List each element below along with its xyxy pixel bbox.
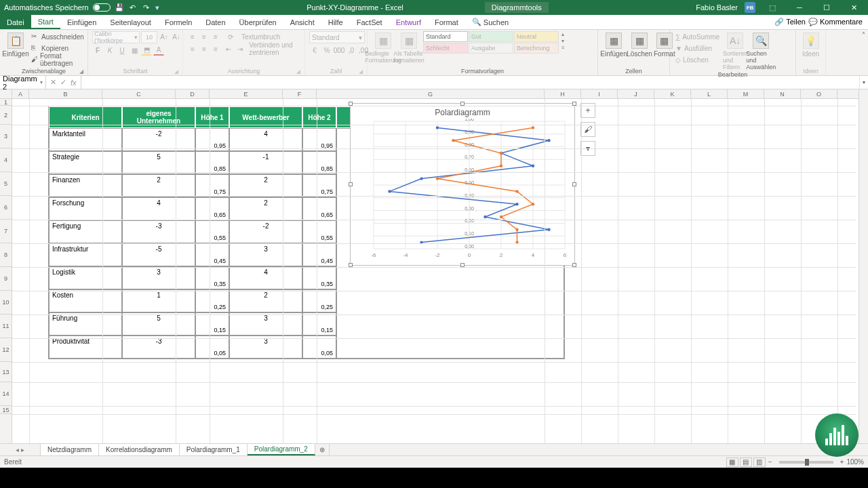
table-row-e[interactable]: 4	[229, 128, 302, 151]
view-normal-icon[interactable]: ▦	[726, 458, 738, 467]
number-format-select[interactable]: Standard▾	[309, 31, 365, 43]
fill-color-button[interactable]: ⬒	[141, 45, 152, 56]
table-row-c[interactable]: -5	[122, 243, 195, 266]
table-row-f[interactable]: 0,25	[302, 289, 336, 312]
font-color-button[interactable]: A	[153, 45, 164, 56]
table-row-c[interactable]: 3	[122, 266, 195, 289]
table-row-f[interactable]: 0,85	[302, 151, 336, 174]
fx-icon[interactable]: fx	[71, 79, 77, 87]
table-row-d[interactable]: 0,55	[195, 220, 229, 243]
insert-cells-button[interactable]: ▦Einfügen	[602, 31, 625, 58]
table-row-e[interactable]: 2	[229, 289, 302, 312]
bold-button[interactable]: F	[92, 45, 103, 56]
comments-button[interactable]: 💬 Kommentare	[808, 18, 863, 26]
table-row-label[interactable]: Strategie	[49, 151, 122, 174]
align-top-icon[interactable]: ≡	[187, 31, 198, 42]
increase-font-icon[interactable]: A↑	[159, 31, 170, 42]
table-row-d[interactable]: 0,95	[195, 128, 229, 151]
table-row-d[interactable]: 0,15	[195, 312, 229, 336]
table-row-c[interactable]: 2	[122, 174, 195, 197]
table-row-f[interactable]: 0,65	[302, 197, 336, 220]
col-header-H[interactable]: H	[545, 89, 581, 98]
table-row-c[interactable]: 1	[122, 289, 195, 312]
table-row-e[interactable]: 4	[229, 266, 302, 289]
col-header-J[interactable]: J	[618, 89, 654, 98]
table-row-c[interactable]: 5	[122, 151, 195, 174]
zoom-in-icon[interactable]: +	[837, 458, 847, 466]
style-schlecht[interactable]: Schlecht	[423, 43, 468, 54]
maximize-icon[interactable]: ☐	[816, 3, 837, 12]
table-row-e[interactable]: 3	[229, 336, 302, 359]
thousands-icon[interactable]: 000	[334, 45, 344, 56]
col-header-G[interactable]: G	[317, 89, 545, 98]
indent-less-icon[interactable]: ⇤	[225, 43, 233, 54]
table-row-f[interactable]: 0,45	[302, 243, 336, 266]
cut-button[interactable]: ✂Ausschneiden	[30, 31, 85, 42]
cond-format-button[interactable]: ▦Bedingte Formatierung	[372, 31, 395, 64]
col-header-A[interactable]: A	[12, 89, 29, 98]
sheet-tab-0[interactable]: Netzdiagramm	[41, 444, 99, 455]
row-header-2[interactable]: 2	[0, 106, 12, 125]
merge-button[interactable]: Verbinden und zentrieren	[248, 43, 300, 54]
select-all-corner[interactable]	[0, 89, 12, 99]
chart-object[interactable]: Polardiagramm 0,000,100,200,300,400,500,…	[350, 103, 575, 266]
row-header-15[interactable]: 15	[0, 406, 12, 414]
row-header-6[interactable]: 6	[0, 196, 12, 220]
col-header-K[interactable]: K	[654, 89, 691, 98]
sheet-nav[interactable]: ◂ ▸	[0, 444, 41, 455]
close-icon[interactable]: ✕	[844, 3, 864, 12]
col-header-D[interactable]: D	[176, 89, 210, 98]
table-row-label[interactable]: Produktivität	[49, 336, 122, 359]
format-painter-button[interactable]: 🖌Format übertragen	[30, 54, 85, 65]
number-launcher[interactable]: ◢	[359, 68, 363, 75]
align-center-icon[interactable]: ≡	[199, 43, 210, 54]
worksheet-grid[interactable]: 123456789101112131415 ABCDEFGHIJKLMNO Kr…	[0, 89, 868, 443]
clear-button[interactable]: ◇ Löschen	[674, 54, 721, 65]
orientation-icon[interactable]: ⟳	[225, 31, 236, 42]
tab-daten[interactable]: Daten	[199, 15, 232, 29]
zoom-slider[interactable]	[779, 461, 833, 464]
sheet-tab-1[interactable]: Korrelationsdiagramm	[99, 444, 180, 455]
table-row-f[interactable]: 0,95	[302, 128, 336, 151]
clipboard-launcher[interactable]: ◢	[79, 68, 83, 75]
style-gut[interactable]: Gut	[469, 31, 513, 42]
tab-einfuegen[interactable]: Einfügen	[60, 15, 103, 29]
tab-seitenlayout[interactable]: Seitenlayout	[103, 15, 158, 29]
search[interactable]: 🔍 Suchen	[465, 15, 515, 29]
table-row-d[interactable]: 0,85	[195, 151, 229, 174]
add-sheet-button[interactable]: ⊕	[315, 444, 329, 455]
table-row-label[interactable]: Logistik	[49, 266, 122, 289]
table-row-e[interactable]: 3	[229, 312, 302, 336]
indent-more-icon[interactable]: ⇥	[237, 43, 244, 54]
paste-button[interactable]: 📋Einfügen	[4, 31, 27, 58]
table-row-label[interactable]: Marktanteil	[49, 128, 122, 151]
zoom-out-icon[interactable]: −	[766, 458, 775, 466]
tab-hilfe[interactable]: Hilfe	[321, 15, 350, 29]
name-box[interactable]: Diagramm 2▾	[0, 76, 46, 89]
table-row-e[interactable]: 2	[229, 174, 302, 197]
col-header-M[interactable]: M	[728, 89, 764, 98]
col-header-F[interactable]: F	[283, 89, 317, 98]
row-header-9[interactable]: 9	[0, 267, 12, 291]
font-launcher[interactable]: ◢	[174, 68, 178, 75]
fill-button[interactable]: ▼ Ausfüllen	[674, 43, 721, 54]
row-header-1[interactable]: 1	[0, 99, 12, 106]
align-left-icon[interactable]: ≡	[187, 43, 198, 54]
row-header-14[interactable]: 14	[0, 382, 12, 406]
table-row-d[interactable]: 0,45	[195, 243, 229, 266]
align-launcher[interactable]: ◢	[296, 68, 300, 75]
table-row-label[interactable]: Kosten	[49, 289, 122, 312]
table-row-e[interactable]: -1	[229, 151, 302, 174]
table-row-c[interactable]: 5	[122, 312, 195, 336]
col-header-B[interactable]: B	[29, 89, 102, 98]
minimize-icon[interactable]: ─	[789, 3, 810, 12]
table-row-f[interactable]: 0,05	[302, 336, 336, 359]
delete-cells-button[interactable]: ▦Löschen	[628, 31, 651, 58]
table-row-d[interactable]: 0,65	[195, 197, 229, 220]
row-header-8[interactable]: 8	[0, 243, 12, 267]
decrease-font-icon[interactable]: A↓	[171, 31, 182, 42]
sheet-tab-3[interactable]: Polardiagramm_2	[248, 444, 315, 455]
autosum-button[interactable]: ∑ AutoSumme	[674, 31, 721, 42]
style-neutral[interactable]: Neutral	[514, 31, 559, 42]
currency-icon[interactable]: €	[309, 45, 320, 56]
